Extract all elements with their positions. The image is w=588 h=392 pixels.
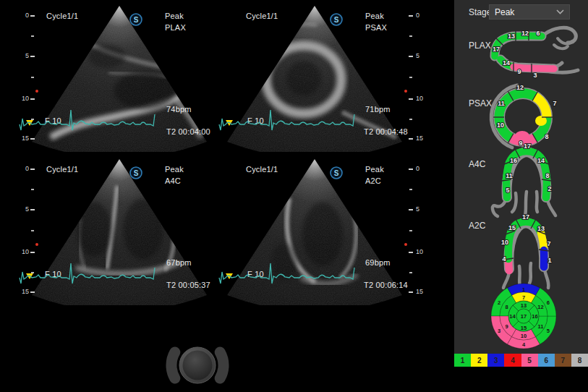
ruler-tick <box>31 272 34 273</box>
vendor-logo-icon: S <box>331 14 342 25</box>
ruler-label: 15 <box>416 288 427 295</box>
timestamp: T2 00:04:48 <box>364 127 408 136</box>
svg-text:S: S <box>334 16 339 24</box>
cycle-label: Cycle1/1 <box>246 12 278 20</box>
ruler-tick <box>409 169 413 170</box>
ruler-tick <box>409 230 412 231</box>
ultrasound-image-a2c[interactable]: S <box>216 153 454 305</box>
heart-rate: 69bpm <box>365 258 391 267</box>
quadrant-a2c[interactable]: S Cycle1/1 Peak A2C 69bpm T2 00:06:14 F … <box>216 153 454 305</box>
segment-number: 12 <box>537 304 543 310</box>
segment-number: 12 <box>521 30 529 37</box>
ruler-tick <box>409 98 413 100</box>
segment-number: 1 <box>547 257 551 264</box>
ruler-tick <box>31 119 34 120</box>
frequency-label: F 10 <box>247 270 264 278</box>
segment-number: 16 <box>532 313 537 320</box>
frequency-label: F 10 <box>45 270 61 278</box>
echo-review-screen: S Cycle1/1 Peak PLAX 74bpm T2 00:04:00 F… <box>0 0 588 392</box>
ruler-tick <box>30 169 35 170</box>
ruler-tick <box>409 252 413 253</box>
segment-number: 4 <box>502 255 506 263</box>
ultrasound-image-psax[interactable]: S <box>216 0 454 152</box>
stage-label: Peak <box>365 165 384 174</box>
legend-swatch: 1 <box>454 354 471 367</box>
ruler-label: 15 <box>17 135 29 142</box>
segment-number: 9 <box>506 323 508 330</box>
segment-number: 10 <box>497 122 504 129</box>
heart-rate: 67bpm <box>166 258 192 267</box>
ruler-label: 10 <box>17 95 29 102</box>
segment-number: 7 <box>547 240 550 247</box>
timestamp: T2 00:05:37 <box>166 281 210 289</box>
timestamp: T2 00:04:00 <box>166 127 210 136</box>
segment-number: 17 <box>521 313 527 320</box>
ruler-label: 5 <box>416 205 427 213</box>
ruler-tick <box>409 119 412 120</box>
ruler-label: 0 <box>416 12 427 19</box>
segment-number: 11 <box>506 172 513 179</box>
ruler-tick <box>30 15 35 17</box>
view-label: A2C <box>365 176 381 185</box>
trackball-control[interactable] <box>147 336 251 391</box>
stage-dropdown[interactable]: Peak <box>489 4 570 20</box>
ruler-tick <box>409 291 413 293</box>
ruler-tick <box>30 209 35 210</box>
segment-number: 13 <box>508 33 515 40</box>
ruler-tick <box>31 35 34 37</box>
ruler-label: 0 <box>17 165 29 172</box>
segment-number: 10 <box>501 239 508 246</box>
cycle-label: Cycle1/1 <box>46 12 78 20</box>
cycle-label: Cycle1/1 <box>46 165 78 174</box>
segment-number: 15 <box>508 224 516 231</box>
segment-number: 7 <box>553 100 556 107</box>
view-label: PSAX <box>365 23 387 32</box>
legend-swatch: 5 <box>521 354 538 367</box>
plax-segment-diagram: 13 12 6 17 14 9 3 <box>487 25 588 82</box>
segment-number: 12 <box>516 84 524 91</box>
segment-number: 13 <box>537 225 545 232</box>
view-label: PLAX <box>165 23 186 32</box>
ruler-tick <box>30 291 35 293</box>
ruler-tick <box>409 209 413 210</box>
segment-number: 14 <box>537 157 545 164</box>
ruler-tick <box>31 230 34 231</box>
trackball-right-button[interactable] <box>220 352 223 378</box>
legend-swatch: 8 <box>571 354 588 367</box>
ruler-tick <box>409 77 412 78</box>
segment-number: 3 <box>498 328 500 334</box>
segment-number: 13 <box>521 302 527 309</box>
ruler-tick <box>30 56 35 57</box>
ruler-tick <box>409 138 413 140</box>
stage-label: Peak <box>365 12 384 20</box>
segment-number: 5 <box>547 328 550 334</box>
segment-number: 17 <box>524 142 531 150</box>
segment-number: 15 <box>521 325 527 331</box>
quadrant-a4c[interactable]: S Cycle1/1 Peak A4C 67bpm T2 00:05:37 F … <box>0 153 216 305</box>
segment-number: 1 <box>522 286 525 293</box>
stage-label: Peak <box>165 12 184 20</box>
quadrant-psax[interactable]: S Cycle1/1 Peak PSAX 71bpm T2 00:04:48 F… <box>216 0 454 152</box>
segment-number: 11 <box>498 100 505 107</box>
view-label: A4C <box>165 176 181 185</box>
segment-number: 8 <box>545 133 548 140</box>
ruler-tick <box>409 35 412 37</box>
ruler-tick <box>409 189 412 190</box>
segment-number: 7 <box>522 294 525 301</box>
ruler-tick <box>30 252 35 253</box>
frequency-label: F 10 <box>247 116 264 125</box>
legend-swatch: 4 <box>504 354 521 367</box>
segment-number: 17 <box>522 213 529 221</box>
ruler-label: 15 <box>416 135 427 142</box>
cycle-label: Cycle1/1 <box>246 165 278 174</box>
segment-number: 3 <box>533 72 537 79</box>
score-legend: 1 2 3 4 5 6 7 8 <box>454 354 588 367</box>
chevron-down-icon <box>556 9 564 14</box>
segment <box>546 180 547 197</box>
legend-swatch: 7 <box>555 354 571 367</box>
quadrant-plax[interactable]: S Cycle1/1 Peak PLAX 74bpm T2 00:04:00 F… <box>0 0 216 152</box>
trackball-ball[interactable] <box>183 351 213 380</box>
trackball-left-button[interactable] <box>171 352 175 378</box>
stage-field-label: Stage <box>469 7 491 17</box>
ruler-label: 5 <box>17 205 29 213</box>
